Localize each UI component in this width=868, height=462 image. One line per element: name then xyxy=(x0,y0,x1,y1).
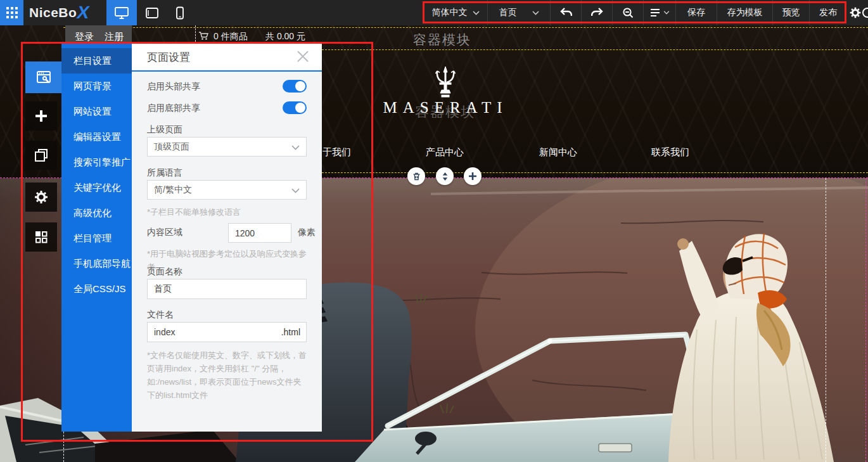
menu-item-editor-settings[interactable]: 编辑器设置 xyxy=(61,124,132,150)
menu-item-mobile-bottom-nav[interactable]: 手机底部导航 xyxy=(61,251,132,276)
chevron-down-icon xyxy=(291,145,300,150)
menu-item-site-settings[interactable]: 网站设置 xyxy=(61,99,132,124)
undo-button[interactable] xyxy=(550,0,581,25)
parent-page-label: 上级页面 xyxy=(147,124,182,136)
container-module-label-top: 容器模块 xyxy=(413,31,471,49)
app-grid-icon xyxy=(6,7,18,18)
gear-icon xyxy=(34,189,49,205)
trash-icon xyxy=(412,172,421,181)
toggle-knob xyxy=(295,103,305,113)
module-delete-button[interactable] xyxy=(407,167,425,185)
menu-item-advanced-optimization[interactable]: 高级优化 xyxy=(61,200,132,226)
list-icon xyxy=(650,8,660,17)
rail-page-settings-button[interactable] xyxy=(25,61,61,93)
save-as-template-label: 存为模板 xyxy=(727,7,763,18)
footer-share-toggle[interactable] xyxy=(283,101,307,114)
menu-item-seo-promotion[interactable]: 搜索引擎推广 xyxy=(61,150,132,175)
page-name-input[interactable] xyxy=(147,279,307,299)
device-desktop-button[interactable] xyxy=(106,0,137,25)
device-mobile-button[interactable] xyxy=(167,0,193,25)
nav-item-contact[interactable]: 联系我们 xyxy=(651,146,689,158)
close-icon xyxy=(297,50,309,63)
language-selector-value: 简体中文 xyxy=(432,7,468,18)
module-guide-yellow-second xyxy=(322,49,868,50)
rail-modules-button[interactable] xyxy=(25,222,57,252)
mobile-icon xyxy=(176,6,184,20)
header-share-toggle[interactable] xyxy=(283,80,307,93)
nav-item-about[interactable]: 于我们 xyxy=(322,146,351,158)
page-selector[interactable]: 首页 xyxy=(487,0,550,25)
settings-menu: 栏目设置 网页背景 网站设置 编辑器设置 搜索引擎推广 关键字优化 高级优化 栏… xyxy=(61,42,132,432)
panel-title: 页面设置 xyxy=(147,50,190,65)
site-brand-text: MASERATI xyxy=(350,99,540,117)
panel-close-button[interactable] xyxy=(297,50,309,65)
language-note: *子栏目不能单独修改语言 xyxy=(147,205,309,219)
module-add-button[interactable] xyxy=(464,167,482,185)
rail-add-module-button[interactable] xyxy=(25,101,57,131)
menu-item-label: 手机底部导航 xyxy=(73,258,131,269)
content-width-guide-left xyxy=(63,432,64,462)
menu-item-label: 高级优化 xyxy=(73,207,112,218)
module-sort-button[interactable] xyxy=(436,167,454,185)
file-name-label: 文件名 xyxy=(147,309,174,321)
language-selector[interactable]: 简体中文 xyxy=(424,0,487,25)
header-share-label: 启用头部共享 xyxy=(147,81,200,93)
toolbar-right-group: 简体中文 首页 xyxy=(424,0,846,25)
menu-item-label: 全局CSS/JS xyxy=(73,283,126,294)
nav-item-products[interactable]: 产品中心 xyxy=(426,146,464,158)
save-button[interactable]: 保存 xyxy=(675,0,717,25)
site-logo-block[interactable]: 容器模块 MASERATI xyxy=(350,63,540,117)
app-grid-button[interactable] xyxy=(0,0,23,25)
module-guide-yellow-top xyxy=(63,27,868,28)
rail-copy-button[interactable] xyxy=(25,141,57,170)
rail-settings-button[interactable] xyxy=(25,183,57,212)
save-as-template-button[interactable]: 存为模板 xyxy=(717,0,772,25)
logo-x: X xyxy=(75,4,91,22)
top-toolbar: NiceBoX 简体中文 首页 xyxy=(0,0,868,25)
publish-button[interactable]: 发布 xyxy=(809,0,846,25)
redo-button[interactable] xyxy=(581,0,612,25)
preview-button-label: 预览 xyxy=(782,7,800,18)
content-width-unit: 像素 xyxy=(298,227,316,238)
menu-item-label: 编辑器设置 xyxy=(73,131,121,142)
undo-icon xyxy=(560,8,572,18)
copy-icon xyxy=(34,148,48,162)
menu-item-global-css-js[interactable]: 全局CSS/JS xyxy=(61,276,132,302)
menu-item-label: 栏目管理 xyxy=(73,233,112,243)
menu-item-label: 网页背景 xyxy=(73,80,112,91)
menu-item-label: 关键字优化 xyxy=(73,182,121,193)
menu-item-keyword-optimization[interactable]: 关键字优化 xyxy=(61,175,132,200)
device-tablet-button[interactable] xyxy=(137,0,167,25)
menu-item-label: 栏目设置 xyxy=(73,55,112,66)
menu-item-label: 搜索引擎推广 xyxy=(73,157,131,167)
zoom-out-button[interactable] xyxy=(612,0,643,25)
toggle-knob xyxy=(295,81,305,91)
login-link[interactable]: 登录 xyxy=(75,31,94,42)
parent-page-value: 顶级页面 xyxy=(154,141,189,151)
language-select[interactable]: 简/繁中文 xyxy=(147,180,307,200)
chevron-down-icon xyxy=(532,11,539,15)
editor-stage: 登录 注册 0 件商品 共 0.00 元 容器模块 容器模块 MASER xyxy=(0,0,868,462)
publish-button-label: 发布 xyxy=(819,7,837,18)
redo-icon xyxy=(591,8,603,18)
content-width-input[interactable] xyxy=(228,223,291,243)
nicebox-logo: NiceBoX xyxy=(29,0,89,25)
file-name-suffix: .html xyxy=(281,327,300,337)
toolbar-settings-button[interactable] xyxy=(849,6,862,22)
menu-item-column-management[interactable]: 栏目管理 xyxy=(61,226,132,251)
zoom-out-icon xyxy=(622,7,634,18)
site-login-box: 登录 注册 xyxy=(65,25,132,42)
menu-item-page-background[interactable]: 网页背景 xyxy=(61,74,132,99)
menu-item-column-settings[interactable]: 栏目设置 xyxy=(61,48,132,74)
logo-text: NiceBo xyxy=(29,5,77,20)
register-link[interactable]: 注册 xyxy=(105,31,124,42)
preview-button[interactable]: 预览 xyxy=(772,0,809,25)
module-guide-yellow-nav xyxy=(322,172,868,173)
nav-item-news[interactable]: 新闻中心 xyxy=(539,146,577,158)
module-guide-magenta-right xyxy=(865,178,866,462)
page-list-menu-button[interactable] xyxy=(643,0,675,25)
parent-page-select[interactable]: 顶级页面 xyxy=(147,137,307,157)
panel-header: 页面设置 xyxy=(132,42,322,72)
page-name-label: 页面名称 xyxy=(147,266,182,278)
toolbar-help-button[interactable] xyxy=(862,7,868,21)
